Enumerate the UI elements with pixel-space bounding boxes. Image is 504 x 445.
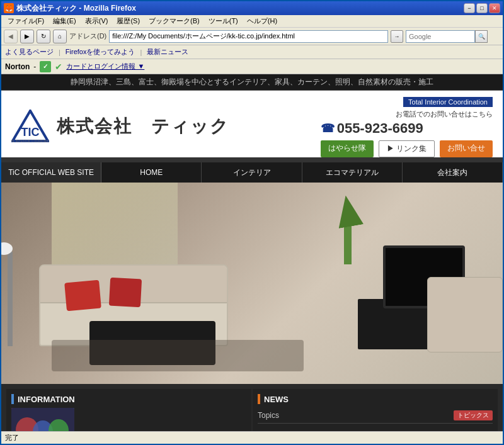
search-input[interactable] [406,30,475,43]
hero-living-room [1,183,503,384]
site-tic-label: Total Interior Coordination [403,97,493,107]
info-image: VIEW [11,408,74,431]
site-company-name: 株式会社 ティック [57,115,229,138]
hero-rug [52,340,304,371]
info-title-bar [11,394,14,404]
back-button[interactable]: ◀ [4,30,18,43]
firefox-icon: 🦊 [4,3,14,13]
minimize-button[interactable]: − [464,3,475,13]
titlebar-left: 🦊 株式会社ティック - Mozilla Firefox [4,3,136,14]
reload-button[interactable]: ↻ [37,30,50,43]
phone-icon: ☎ [321,121,335,135]
news-col: NEWS Topics トピックス [253,389,498,431]
hero-cushion-1 [64,280,101,312]
titlebar-buttons: − □ ✕ [464,3,500,13]
norton-check-icon: ✔ [55,62,62,72]
site-wrapper: 静岡県沼津、三島、富士、御殿場を中心とするインテリア、家具、カーテン、照明、自然… [1,74,503,431]
nav-item-company[interactable]: 会社案内 [403,162,503,183]
menu-bookmarks[interactable]: ブックマーク(B) [145,15,203,27]
site-header: TIC TOTAL INTERIOR COORDINATION 株式会社 ティッ… [1,91,503,157]
svg-text:TIC: TIC [21,126,40,138]
hero-plant-leaf [333,193,364,228]
norton-status-icon: ✓ [40,61,51,72]
site-nav: TiC OFFICIAL WEB SITE HOME インテリア エコマテリアル… [1,162,503,183]
bookmark-news[interactable]: 最新ニュース [147,47,188,57]
site-hero [1,183,503,384]
address-bar: アドレス(D) → [69,30,403,43]
btn-link[interactable]: ▶ リンク集 [379,140,435,157]
btn-hayaraze[interactable]: はやらせ隊 [321,140,374,157]
btn-contact[interactable]: お問い合せ [440,140,493,157]
site-contact: Total Interior Coordination お電話でのお問い合せはこ… [321,96,493,157]
search-icon[interactable]: 🔍 [475,30,488,43]
go-button[interactable]: → [391,30,403,43]
site-logo-area: TIC TOTAL INTERIOR COORDINATION 株式会社 ティッ… [11,110,229,144]
site-banner: 静岡県沼津、三島、富士、御殿場を中心とするインテリア、家具、カーテン、照明、自然… [1,74,503,91]
site-buttons: はやらせ隊 ▶ リンク集 お問い合せ [321,140,493,157]
svg-text:TOTAL INTERIOR COORDINATION: TOTAL INTERIOR COORDINATION [11,139,49,143]
news-row-topics: Topics トピックス [258,408,493,424]
browser-window: 🦊 株式会社ティック - Mozilla Firefox − □ ✕ ファイル(… [0,0,504,445]
information-col: INFORMATION VIEW [6,389,251,431]
site-phone-row: ☎ 055-923-6699 [321,120,493,137]
web-content: 静岡県沼津、三島、富士、御殿場を中心とするインテリア、家具、カーテン、照明、自然… [1,74,503,431]
site-info-section: INFORMATION VIEW [1,384,503,431]
menu-edit[interactable]: 編集(E) [49,15,80,27]
nav-item-home[interactable]: HOME [101,162,202,183]
information-label: INFORMATION [18,395,75,404]
info-thumbnail[interactable]: VIEW [11,408,74,431]
nav-item-eco[interactable]: エコマテリアル [302,162,403,183]
norton-dash: - [33,62,36,71]
titlebar: 🦊 株式会社ティック - Mozilla Firefox − □ ✕ [1,1,503,15]
home-button[interactable]: ⌂ [53,30,67,43]
address-input[interactable] [109,30,388,43]
menubar: ファイル(F) 編集(E) 表示(V) 履歴(S) ブックマーク(B) ツール(… [1,15,503,28]
close-button[interactable]: ✕ [489,3,500,13]
address-label: アドレス(D) [69,31,106,41]
site-header-top: TIC TOTAL INTERIOR COORDINATION 株式会社 ティッ… [11,96,493,157]
norton-logo: Norton [5,62,30,71]
news-label: NEWS [264,395,289,404]
menu-view[interactable]: 表示(V) [81,15,112,27]
hero-lamp-pole [8,252,13,346]
bookmarks-bar: よく見るページ | Firefoxを使ってみよう | 最新ニュース [1,45,503,59]
menu-help[interactable]: ヘルプ(H) [243,15,281,27]
bookmark-popular[interactable]: よく見るページ [5,47,54,57]
status-text: 完了 [5,433,499,442]
news-title-bar [258,394,260,404]
maximize-button[interactable]: □ [476,3,488,13]
site-phone: 055-923-6699 [337,120,423,137]
news-title: NEWS [258,394,493,404]
norton-bar: Norton - ✓ ✔ カードとログイン情報 ▼ [1,59,503,74]
bookmark-firefox[interactable]: Firefoxを使ってみよう [66,47,135,57]
menu-tools[interactable]: ツール(T) [205,15,242,27]
nav-item-tic[interactable]: TiC OFFICIAL WEB SITE [1,162,101,183]
norton-security-link[interactable]: カードとログイン情報 ▼ [66,62,144,71]
webpage[interactable]: 静岡県沼津、三島、富士、御殿場を中心とするインテリア、家具、カーテン、照明、自然… [1,74,503,431]
site-contact-label: お電話でのお問い合せはこちら [321,110,493,119]
menu-file[interactable]: ファイル(F) [4,15,48,27]
tic-logo: TIC TOTAL INTERIOR COORDINATION [11,110,49,144]
toolbar: ◀ ▶ ↻ ⌂ アドレス(D) → 🔍 [1,28,503,45]
nav-item-interior[interactable]: インテリア [202,162,302,183]
hero-cushion-2 [109,278,142,308]
statusbar: 完了 [1,431,503,444]
search-box: 🔍 [406,30,500,43]
hero-chair [427,277,503,352]
menu-history[interactable]: 履歴(S) [113,15,144,27]
information-title: INFORMATION [11,394,246,404]
topics-badge[interactable]: トピックス [454,410,493,420]
topics-label: Topics [258,411,279,420]
window-title: 株式会社ティック - Mozilla Firefox [16,3,136,14]
forward-button[interactable]: ▶ [20,30,34,43]
